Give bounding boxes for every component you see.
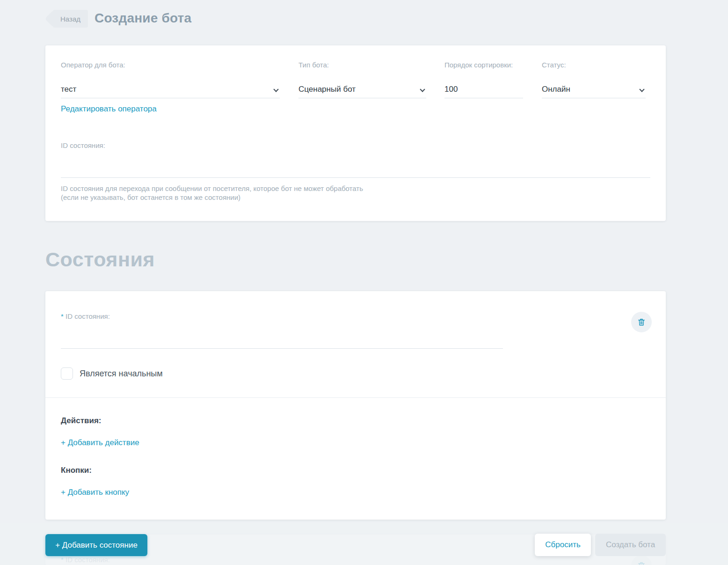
add-state-button[interactable]: + Добавить состояние bbox=[45, 534, 147, 556]
card-divider bbox=[45, 397, 666, 398]
bot-creation-page: Назад Создание бота Оператор для бота: т… bbox=[0, 0, 728, 565]
sort-order-input[interactable]: 100 bbox=[444, 75, 523, 98]
footer-bar: + Добавить состояние Сбросить Создать бо… bbox=[0, 523, 728, 565]
initial-state-checkbox[interactable] bbox=[61, 367, 73, 380]
status-select[interactable]: Онлайн bbox=[542, 75, 646, 98]
buttons-label: Кнопки: bbox=[61, 466, 92, 475]
state-id-label: * ID состояния: bbox=[61, 312, 110, 320]
page-title: Создание бота bbox=[95, 11, 191, 26]
bot-settings-card: Оператор для бота: тест Редактировать оп… bbox=[45, 45, 666, 221]
add-action-link[interactable]: + Добавить действие bbox=[61, 438, 139, 448]
actions-label: Действия: bbox=[61, 416, 102, 426]
state-id-label-text: ID состояния: bbox=[66, 312, 110, 320]
chevron-down-icon bbox=[273, 87, 278, 92]
state-id-input[interactable] bbox=[61, 325, 503, 349]
initial-state-row: Является начальным bbox=[45, 367, 666, 380]
back-button[interactable]: Назад bbox=[53, 10, 88, 28]
state-card: * ID состояния: Является начальным Дейст… bbox=[45, 291, 666, 520]
chevron-down-icon bbox=[420, 87, 425, 92]
status-select-value: Онлайн bbox=[542, 85, 570, 94]
bot-type-select-value: Сценарный бот bbox=[298, 85, 356, 94]
bot-type-label: Тип бота: bbox=[298, 61, 329, 69]
back-button-label: Назад bbox=[60, 15, 80, 23]
states-section-heading: Состояния bbox=[45, 248, 155, 271]
trash-icon bbox=[637, 317, 646, 327]
operator-select[interactable]: тест bbox=[61, 75, 280, 98]
operator-select-value: тест bbox=[61, 85, 76, 94]
sort-order-label: Порядок сортировки: bbox=[444, 61, 513, 69]
initial-state-checkbox-label: Является начальным bbox=[80, 369, 163, 379]
reset-button[interactable]: Сбросить bbox=[535, 534, 591, 556]
fallback-state-id-hint: ID состояния для перехода при сообщении … bbox=[61, 184, 363, 202]
fallback-state-id-label: ID состояния: bbox=[61, 141, 105, 149]
required-mark: * bbox=[61, 312, 64, 320]
operator-label: Оператор для бота: bbox=[61, 61, 125, 69]
edit-operator-link[interactable]: Редактировать оператора bbox=[61, 104, 157, 114]
create-bot-button[interactable]: Создать бота bbox=[595, 534, 666, 556]
delete-state-button[interactable] bbox=[631, 312, 652, 332]
chevron-down-icon bbox=[639, 87, 644, 92]
hint-line-2: (если не указывать, бот останется в том … bbox=[61, 193, 363, 202]
sort-order-value: 100 bbox=[444, 85, 458, 94]
status-label: Статус: bbox=[542, 61, 566, 69]
fallback-state-id-input[interactable] bbox=[61, 154, 650, 178]
bot-type-select[interactable]: Сценарный бот bbox=[298, 75, 426, 98]
add-button-link[interactable]: + Добавить кнопку bbox=[61, 488, 129, 497]
hint-line-1: ID состояния для перехода при сообщении … bbox=[61, 184, 363, 193]
